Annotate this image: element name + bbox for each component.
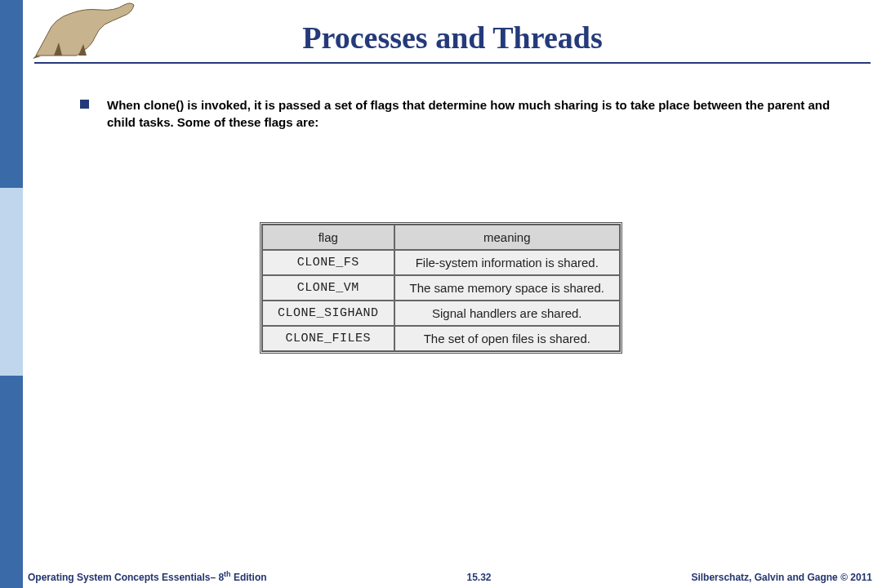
sidebar-segment-middle bbox=[0, 188, 23, 376]
col-header-flag: flag bbox=[262, 225, 394, 250]
footer-page-number: 15.32 bbox=[466, 572, 491, 583]
meaning-cell: The set of open files is shared. bbox=[394, 326, 620, 351]
flag-cell: CLONE_FS bbox=[262, 250, 394, 275]
meaning-cell: Signal handlers are shared. bbox=[394, 301, 620, 326]
table-row: CLONE_SIGHAND Signal handlers are shared… bbox=[262, 301, 620, 326]
footer: Operating System Concepts Essentials– 8t… bbox=[23, 570, 877, 583]
meaning-cell: The same memory space is shared. bbox=[394, 275, 620, 301]
table-header-row: flag meaning bbox=[262, 225, 620, 250]
footer-copyright: Silberschatz, Galvin and Gagne © 2011 bbox=[691, 572, 872, 583]
slide-title: Processes and Threads bbox=[34, 0, 871, 62]
title-underline bbox=[34, 62, 871, 64]
table-row: CLONE_VM The same memory space is shared… bbox=[262, 275, 620, 301]
flags-table: flag meaning CLONE_FS File-system inform… bbox=[260, 222, 622, 354]
sidebar-segment-bottom bbox=[0, 376, 23, 588]
flag-cell: CLONE_FILES bbox=[262, 326, 394, 351]
square-bullet-icon bbox=[80, 100, 89, 109]
footer-book-title: Operating System Concepts Essentials– 8t… bbox=[28, 570, 267, 583]
flag-cell: CLONE_VM bbox=[262, 275, 394, 301]
footer-left-sup: th bbox=[224, 570, 231, 578]
footer-left-pre: Operating System Concepts Essentials– 8 bbox=[28, 572, 224, 583]
bullet-text: When clone() is invoked, it is passed a … bbox=[107, 96, 838, 131]
table-row: CLONE_FS File-system information is shar… bbox=[262, 250, 620, 275]
flag-cell: CLONE_SIGHAND bbox=[262, 301, 394, 326]
bullet-item: When clone() is invoked, it is passed a … bbox=[34, 96, 871, 131]
col-header-meaning: meaning bbox=[394, 225, 620, 250]
footer-left-post: Edition bbox=[231, 572, 267, 583]
table-row: CLONE_FILES The set of open files is sha… bbox=[262, 326, 620, 351]
flags-table-wrap: flag meaning CLONE_FS File-system inform… bbox=[260, 222, 622, 354]
sidebar-segment-top bbox=[0, 0, 23, 188]
meaning-cell: File-system information is shared. bbox=[394, 250, 620, 275]
side-color-bar bbox=[0, 0, 23, 588]
